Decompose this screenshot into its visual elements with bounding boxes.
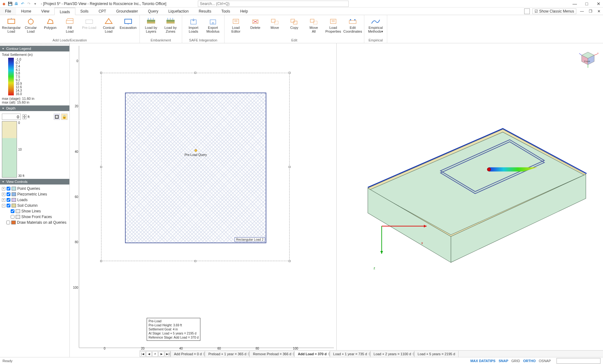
tab-liquefaction[interactable]: Liquefaction xyxy=(163,8,194,15)
stage-tab[interactable]: Add Load = 370 d xyxy=(295,351,330,357)
plan-view[interactable]: 020406080100 Pre-Load Query Rectangular … xyxy=(70,43,337,357)
maximize-button[interactable]: □ xyxy=(584,1,590,7)
node-point-queries[interactable]: Point Queries xyxy=(17,186,40,191)
node-soilcol[interactable]: Soil Column xyxy=(17,203,38,208)
ribbon-load-by[interactable]: Load byLayers xyxy=(142,16,160,38)
stage-tab[interactable]: Load + 1 year = 735 d xyxy=(330,351,371,357)
svg-text:Front: Front xyxy=(584,60,590,63)
contour-legend-header[interactable]: ▼Contour Legend xyxy=(0,46,69,51)
save-icon[interactable]: 💾 xyxy=(8,1,13,6)
search-input[interactable] xyxy=(198,1,349,7)
qat-dropdown-icon[interactable]: ▾ xyxy=(33,1,38,6)
stage-tab[interactable]: Preload + 1 year = 365 d xyxy=(205,351,250,357)
node-drawmat[interactable]: Draw Materials on all Queries xyxy=(17,220,66,225)
3d-view[interactable]: x z Front x xyxy=(337,43,603,357)
chk-point-queries[interactable] xyxy=(7,187,10,190)
ribbon-load[interactable]: LoadProperties xyxy=(324,16,342,38)
node-showlines[interactable]: Show Lines xyxy=(21,208,41,214)
preload-query-point[interactable]: Pre-Load Query xyxy=(184,149,207,157)
ribbon-label: Move xyxy=(271,26,279,29)
tab-results[interactable]: Results xyxy=(194,8,216,15)
tab-view[interactable]: View xyxy=(36,8,54,15)
tab-file[interactable]: File xyxy=(0,8,16,15)
ribbon-polygon[interactable]: Polygon xyxy=(41,16,59,38)
ribbon-load-by[interactable]: Load byZones xyxy=(162,16,179,38)
status-osnap[interactable]: OSNAP xyxy=(538,359,551,363)
svg-marker-7 xyxy=(105,19,112,24)
minimize-button[interactable]: — xyxy=(572,1,578,7)
mdi-close[interactable]: ✕ xyxy=(596,9,602,13)
ribbon-move[interactable]: Move xyxy=(266,16,284,38)
stage-tab[interactable]: Add Preload = 0 d xyxy=(171,351,205,357)
view-controls-header[interactable]: ▼View Controls xyxy=(0,179,69,185)
tab-loads[interactable]: Loads xyxy=(54,8,75,15)
ribbon-rectangular[interactable]: RectangularLoad xyxy=(3,16,20,38)
chk-drawmat[interactable] xyxy=(6,221,10,224)
ribbon-import[interactable]: ImportLoads xyxy=(185,16,202,38)
stage-nav[interactable]: # xyxy=(152,351,158,357)
node-piezo[interactable]: Piezometric Lines xyxy=(17,191,47,197)
ribbon-excavation[interactable]: Excavation xyxy=(119,16,137,38)
stage-nav[interactable]: ▶ xyxy=(159,351,164,357)
status-ortho[interactable]: ORTHO xyxy=(523,359,536,363)
stage-tab[interactable]: Load + 2 years = 1100 d xyxy=(371,351,415,357)
view-cube[interactable]: Front x xyxy=(579,49,597,68)
tab-home[interactable]: Home xyxy=(16,8,36,15)
ribbon-label: RectangularLoad xyxy=(2,26,20,33)
ribbon-fill[interactable]: FillLoad xyxy=(61,16,79,38)
depth-header[interactable]: ▼Depth xyxy=(0,105,69,111)
node-loads[interactable]: Loads xyxy=(17,197,28,203)
tab-query[interactable]: Query xyxy=(143,8,163,15)
plan-rectangular-load[interactable]: Pre-Load Query Rectangular Load 2 xyxy=(125,93,266,243)
depth-lock-icon[interactable]: 🔒 xyxy=(61,114,68,120)
ribbon-copy[interactable]: Copy xyxy=(285,16,303,38)
expand-icon[interactable]: + xyxy=(2,187,5,190)
view-controls-tree: +Point Queries +Piezometric Lines +Loads… xyxy=(0,185,69,227)
status-max datatips[interactable]: MAX DATATIPS xyxy=(470,359,496,363)
mdi-restore[interactable]: ❐ xyxy=(588,9,594,13)
status-snap[interactable]: SNAP xyxy=(498,359,509,363)
ribbon-collapse-icon[interactable] xyxy=(524,8,530,14)
chk-loads[interactable] xyxy=(7,198,10,202)
undo-icon[interactable]: ↶ xyxy=(20,1,25,6)
print-icon[interactable]: 🖶 xyxy=(14,1,19,6)
depth-spinner[interactable]: ▲▼ xyxy=(23,114,26,119)
tab-groundwater[interactable]: Groundwater xyxy=(111,8,143,15)
depth-input[interactable] xyxy=(2,114,21,120)
chk-frontfaces[interactable] xyxy=(11,215,14,219)
tab-soils[interactable]: Soils xyxy=(75,8,94,15)
mdi-minimize[interactable]: — xyxy=(579,9,585,13)
ribbon-pre-load[interactable]: Pre-Load xyxy=(80,16,98,38)
stage-nav[interactable]: ◀ xyxy=(146,351,152,357)
show-classic-menus-button[interactable]: ☑ Show Classic Menus xyxy=(532,8,576,14)
tab-tools[interactable]: Tools xyxy=(216,8,235,15)
status-ready: Ready xyxy=(3,359,13,363)
close-button[interactable]: ✕ xyxy=(595,1,602,7)
ribbon-edit[interactable]: EditCoordinates xyxy=(344,16,361,38)
ribbon-circular[interactable]: CircularLoad xyxy=(22,16,40,38)
ribbon-load[interactable]: LoadEditor xyxy=(227,16,245,38)
stage-nav[interactable]: |◀ xyxy=(140,351,145,357)
chk-soilcol[interactable] xyxy=(7,204,10,207)
collapse-icon[interactable]: − xyxy=(2,204,5,207)
coord-box[interactable] xyxy=(557,358,600,364)
ribbon-conical[interactable]: ConicalLoad xyxy=(100,16,117,38)
expand-icon[interactable]: + xyxy=(2,193,5,196)
node-frontfaces[interactable]: Show Front Faces xyxy=(21,214,52,220)
chk-piezo[interactable] xyxy=(7,192,10,196)
chk-showlines[interactable] xyxy=(11,209,14,213)
ribbon-delete[interactable]: Delete xyxy=(247,16,264,38)
ribbon-export[interactable]: ExportModolus xyxy=(204,16,222,38)
ribbon-move[interactable]: MoveAll xyxy=(305,16,323,38)
tab-help[interactable]: Help xyxy=(235,8,253,15)
ribbon-empirical[interactable]: EmpiricalMethods▾ xyxy=(367,16,384,38)
plan-outer-load[interactable]: Pre-Load Query Rectangular Load 2 xyxy=(101,73,290,261)
depth-view-icon[interactable]: 🔲 xyxy=(54,114,60,120)
redo-icon[interactable]: ↷ xyxy=(26,1,31,6)
expand-icon[interactable]: + xyxy=(2,198,5,202)
panel-grip[interactable] xyxy=(0,43,69,46)
stage-tab[interactable]: Remove Preload = 366 d xyxy=(250,351,295,357)
status-grid[interactable]: GRID xyxy=(511,359,521,363)
tab-cpt[interactable]: CPT xyxy=(94,8,111,15)
stage-tab[interactable]: Load + 5 years = 2195 d xyxy=(415,351,459,357)
